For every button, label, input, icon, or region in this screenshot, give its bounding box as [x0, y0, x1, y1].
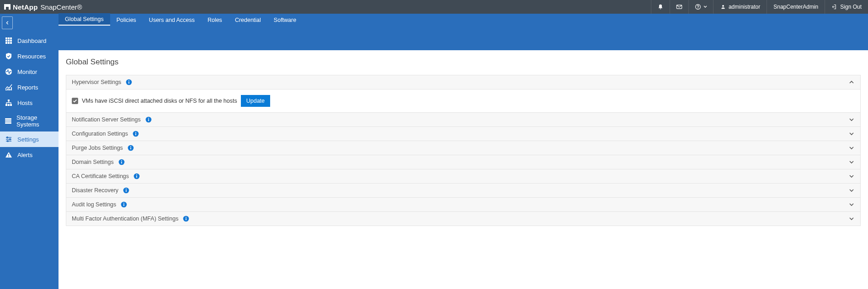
svg-rect-24	[10, 104, 12, 106]
user-name: administrator	[729, 4, 760, 10]
chevron-down-icon	[848, 201, 855, 208]
info-icon[interactable]	[118, 159, 125, 165]
svg-point-5	[698, 8, 698, 8]
sidebar-item-label: Dashboard	[17, 37, 47, 44]
brand-app: SnapCenter®	[41, 3, 82, 11]
info-icon[interactable]	[133, 173, 140, 179]
panel-cacert-header[interactable]: CA Certificate Settings	[66, 169, 861, 184]
svg-point-30	[7, 140, 8, 142]
sidebar-collapse-button[interactable]	[2, 16, 13, 29]
panel-hypervisor-body: VMs have iSCSI direct attached disks or …	[66, 89, 861, 113]
panel-purgejobs-header[interactable]: Purge Jobs Settings	[66, 141, 861, 155]
panel-hypervisor-header[interactable]: Hypervisor Settings	[66, 75, 861, 89]
pulse-icon	[5, 68, 13, 76]
role-label[interactable]: SnapCenterAdmin	[767, 0, 825, 14]
panel-title: Multi Factor Authentication (MFA) Settin…	[72, 215, 178, 222]
panel-title: Hypervisor Settings	[72, 79, 121, 85]
tab-label: Policies	[117, 17, 136, 23]
update-button[interactable]: Update	[241, 95, 270, 107]
sidebar-items: Dashboard Resources Monitor Reports Host…	[0, 33, 59, 163]
svg-point-53	[126, 189, 127, 189]
svg-rect-0	[4, 4, 6, 10]
role-text: SnapCenterAdmin	[773, 4, 818, 10]
svg-rect-25	[5, 118, 11, 120]
sidebar-item-hosts[interactable]: Hosts	[0, 95, 59, 110]
alert-icon	[5, 151, 13, 159]
svg-point-59	[186, 217, 186, 218]
brand: NetApp SnapCenter®	[0, 3, 82, 11]
tab-label: Roles	[208, 17, 222, 23]
panel-title: Audit log Settings	[72, 201, 116, 208]
main-content: Global Settings Hypervisor Settings VMs …	[59, 50, 868, 289]
sidebar-item-label: Storage Systems	[16, 114, 54, 128]
svg-point-56	[123, 203, 124, 204]
svg-rect-20	[11, 87, 12, 90]
hypervisor-checkbox[interactable]	[72, 98, 78, 104]
panel-title: Disaster Recovery	[72, 187, 118, 194]
sliders-icon	[5, 135, 13, 143]
panel-title: Notification Server Settings	[72, 116, 141, 123]
sidebar-item-label: Settings	[17, 136, 39, 143]
info-icon[interactable]	[183, 215, 189, 222]
sidebar-item-settings[interactable]: Settings	[0, 131, 59, 147]
tab-software[interactable]: Software	[267, 14, 303, 26]
svg-rect-1	[9, 4, 11, 10]
svg-rect-22	[5, 104, 7, 106]
sidebar-item-storage[interactable]: Storage Systems	[0, 110, 59, 131]
panel-title: CA Certificate Settings	[72, 173, 129, 179]
svg-rect-27	[5, 122, 11, 124]
sidebar: Dashboard Resources Monitor Reports Host…	[0, 14, 59, 289]
sidebar-item-alerts[interactable]: Alerts	[0, 147, 59, 163]
mail-button[interactable]	[670, 0, 688, 14]
tab-global-settings[interactable]: Global Settings	[59, 13, 110, 26]
svg-rect-23	[8, 104, 10, 106]
svg-rect-34	[129, 82, 130, 84]
svg-point-44	[130, 146, 131, 147]
svg-point-28	[6, 137, 8, 138]
info-icon[interactable]	[145, 116, 152, 123]
panel-mfa-header[interactable]: Multi Factor Authentication (MFA) Settin…	[66, 212, 861, 226]
tab-credential[interactable]: Credential	[229, 14, 267, 26]
panel-domain-header[interactable]: Domain Settings	[66, 155, 861, 169]
info-icon[interactable]	[123, 187, 129, 194]
panel-title: Purge Jobs Settings	[72, 145, 123, 151]
tab-roles[interactable]: Roles	[201, 14, 229, 26]
sidebar-item-dashboard[interactable]: Dashboard	[0, 33, 59, 48]
svg-rect-13	[5, 42, 7, 44]
svg-rect-8	[8, 37, 10, 39]
svg-rect-52	[126, 190, 127, 192]
svg-rect-43	[130, 147, 131, 149]
sidebar-item-resources[interactable]: Resources	[0, 48, 59, 64]
info-icon[interactable]	[121, 201, 127, 208]
sidebar-item-label: Monitor	[17, 68, 37, 75]
chevron-down-icon	[848, 173, 855, 179]
sidebar-item-reports[interactable]: Reports	[0, 79, 59, 95]
signout-button[interactable]: Sign Out	[825, 0, 868, 14]
svg-point-50	[136, 174, 137, 175]
envelope-icon	[676, 4, 682, 10]
svg-rect-37	[148, 119, 149, 121]
panel-auditlog-header[interactable]: Audit log Settings	[66, 198, 861, 212]
signout-label: Sign Out	[840, 4, 862, 10]
svg-rect-31	[8, 154, 9, 156]
svg-rect-49	[136, 176, 137, 178]
tab-users-access[interactable]: Users and Access	[143, 14, 201, 26]
notifications-button[interactable]	[651, 0, 670, 14]
sidebar-item-label: Hosts	[17, 100, 32, 106]
panel-notification-header[interactable]: Notification Server Settings	[66, 113, 861, 127]
panel-configuration-header[interactable]: Configuration Settings	[66, 127, 861, 141]
user-menu[interactable]: administrator	[713, 0, 767, 14]
caret-down-icon	[703, 5, 707, 9]
brand-company: NetApp	[13, 3, 38, 11]
storage-icon	[5, 117, 12, 125]
panel-disasterrecovery-header[interactable]: Disaster Recovery	[66, 184, 861, 198]
info-icon[interactable]	[128, 145, 134, 151]
hosts-icon	[5, 99, 13, 107]
tab-policies[interactable]: Policies	[110, 14, 143, 26]
svg-rect-17	[5, 89, 7, 90]
info-icon[interactable]	[126, 79, 132, 85]
sidebar-item-monitor[interactable]: Monitor	[0, 64, 59, 79]
help-icon	[695, 4, 701, 10]
help-menu[interactable]	[688, 0, 713, 14]
info-icon[interactable]	[133, 131, 139, 137]
